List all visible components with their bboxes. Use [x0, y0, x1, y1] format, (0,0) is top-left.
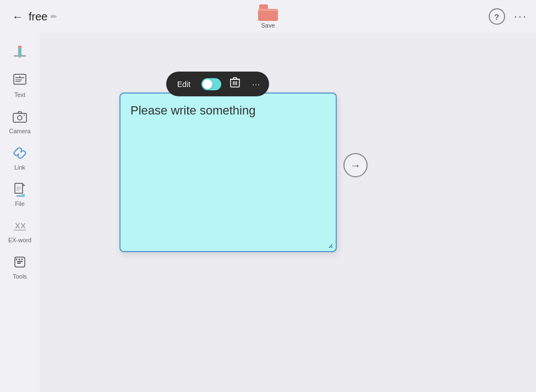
back-icon: ←	[12, 10, 23, 23]
sidebar-tools-label: Tools	[13, 273, 27, 280]
doc-title-area: free ✏	[29, 10, 57, 23]
exword-icon	[10, 216, 30, 236]
svg-rect-25	[17, 263, 21, 264]
svg-marker-2	[18, 56, 21, 58]
sidebar-item-pen[interactable]	[3, 39, 36, 65]
file-icon	[10, 179, 30, 199]
sidebar-item-tools[interactable]: Tools	[3, 249, 36, 283]
svg-rect-24	[17, 261, 23, 262]
sidebar-link-label: Link	[14, 164, 25, 171]
save-label: Save	[261, 22, 275, 29]
svg-point-10	[18, 116, 22, 120]
svg-rect-1	[18, 47, 21, 56]
sidebar: Text Camera Link	[0, 33, 40, 392]
topbar-right: ? ···	[489, 8, 527, 25]
save-folder-icon	[258, 4, 278, 21]
svg-rect-12	[15, 183, 23, 193]
text-tool-icon	[10, 70, 30, 90]
arrow-icon: →	[350, 159, 361, 172]
edit-pencil-icon[interactable]: ✏	[51, 12, 57, 21]
pen-icon	[10, 42, 30, 62]
help-icon: ?	[494, 12, 499, 21]
sidebar-file-label: File	[15, 200, 25, 207]
svg-point-26	[16, 259, 18, 260]
svg-point-28	[21, 259, 23, 260]
svg-rect-4	[14, 74, 26, 84]
text-card[interactable]: Please write something	[119, 92, 337, 252]
floating-toolbar: Edit ···	[166, 72, 269, 96]
save-area: Save	[258, 4, 278, 29]
canvas-area[interactable]: Edit ··· Please write something	[40, 33, 536, 392]
sidebar-text-label: Text	[14, 91, 25, 98]
topbar: ← free ✏ Save ? ···	[0, 0, 536, 33]
sidebar-camera-label: Camera	[9, 128, 30, 134]
sidebar-item-file[interactable]: File	[3, 176, 36, 210]
svg-point-11	[24, 115, 25, 116]
back-button[interactable]: ←	[9, 8, 26, 25]
svg-point-27	[19, 259, 20, 260]
more-icon: ···	[514, 9, 527, 23]
delete-button[interactable]	[225, 74, 245, 94]
edit-button[interactable]: Edit	[169, 77, 198, 92]
help-button[interactable]: ?	[489, 8, 505, 25]
tools-icon	[10, 252, 30, 272]
toggle-button[interactable]	[201, 78, 221, 90]
camera-icon	[10, 107, 30, 127]
sidebar-item-link[interactable]: Link	[3, 140, 36, 174]
svg-rect-14	[21, 194, 25, 197]
toolbar-more-button[interactable]: ···	[247, 77, 266, 92]
toggle-circle	[203, 79, 212, 89]
sidebar-item-camera[interactable]: Camera	[3, 104, 36, 138]
sidebar-exword-label: EX-word	[8, 237, 31, 243]
arrow-button[interactable]: →	[343, 153, 368, 177]
more-options-button[interactable]: ···	[514, 9, 527, 24]
resize-handle[interactable]	[325, 240, 332, 248]
card-placeholder-text: Please write something	[130, 104, 255, 117]
doc-title-text: free	[29, 10, 47, 23]
svg-rect-3	[18, 46, 21, 48]
save-button[interactable]: Save	[258, 4, 278, 29]
sidebar-item-exword[interactable]: EX-word	[3, 213, 36, 247]
link-icon	[10, 143, 30, 163]
sidebar-item-text[interactable]: Text	[3, 67, 36, 101]
